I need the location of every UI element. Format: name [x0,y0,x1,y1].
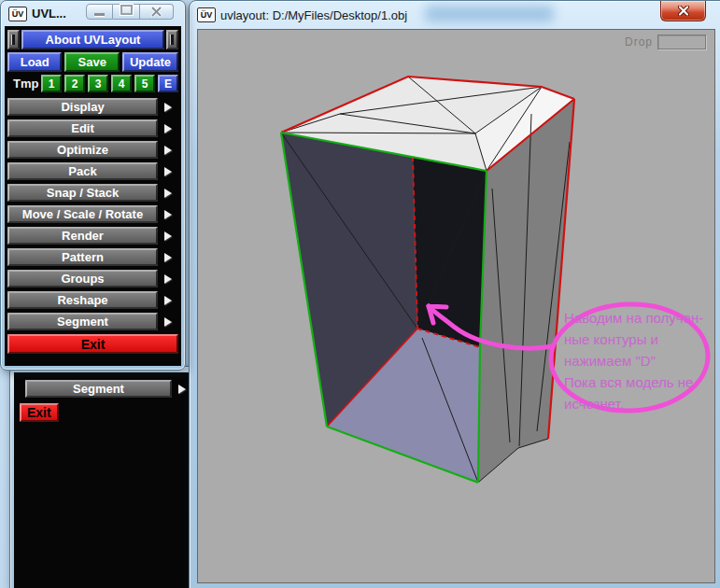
3d-viewport[interactable]: Drop Наводим на получен- ные контуры и н… [197,29,715,583]
segment-button-secondary[interactable]: Segment [25,380,172,398]
viewport-titlebar[interactable]: ÜV uvlayout: D:/MyFiles/Desktop/1.obj [190,1,720,29]
tmp-label: Tmp [7,77,41,91]
tmp-slot-3-button[interactable]: 3 [88,75,108,92]
viewport-window-title: uvlayout: D:/MyFiles/Desktop/1.obj [220,8,407,22]
close-icon [150,7,162,17]
update-button[interactable]: Update [122,52,178,72]
menu-pattern-button[interactable]: Pattern [7,248,158,266]
maximize-button[interactable] [113,4,140,20]
tmp-slot-4-button[interactable]: 4 [111,75,132,92]
submenu-arrow-icon[interactable] [158,274,178,284]
tmp-slot-5-button[interactable]: 5 [134,75,155,92]
annotation-line: ные контуры и [564,329,717,350]
submenu-arrow-icon[interactable] [158,167,178,176]
drop-label: Drop [625,35,653,49]
tool-window-title: UVL... [32,7,66,21]
maximize-icon [120,5,133,15]
uvlayout-viewport-window: ÜV uvlayout: D:/MyFiles/Desktop/1.obj [189,0,720,588]
blurred-title-text [425,6,554,22]
minimize-icon [94,13,105,16]
annotation-line: Наводим на получен- [564,307,717,329]
annotation-line: нажимаем "D" [564,350,717,371]
annotation-line: Пока вся модель не [564,371,717,393]
uvlayout-app-icon: ÜV [197,7,216,22]
about-uvlayout-button[interactable]: About UVLayout [21,30,164,49]
menu-segment-button[interactable]: Segment [7,313,158,330]
tmp-slot-1-button[interactable]: 1 [41,75,62,92]
close-button[interactable] [660,1,706,21]
uvlayout-tool-window: ÜV UVL... About UVLayo [0,0,186,371]
minimize-button[interactable] [86,4,113,20]
submenu-arrow-icon[interactable] [158,317,178,327]
menu-render-button[interactable]: Render [7,227,158,245]
menu-pack-button[interactable]: Pack [7,162,158,180]
save-button[interactable]: Save [64,52,119,72]
drop-field[interactable] [657,35,706,49]
panel-collapse-right-button[interactable] [166,30,178,49]
tmp-slot-e-button[interactable]: E [158,75,178,92]
drop-target[interactable]: Drop [625,35,706,49]
menu-groups-button[interactable]: Groups [7,270,158,287]
grip-icon [171,35,174,45]
desktop: Segment Exit ÜV uvlayout: D:/MyFiles/Des… [0,0,720,588]
tool-window-content: About UVLayout Load Save Update Tmp 1 2 … [5,26,181,366]
submenu-arrow-icon[interactable] [158,146,178,155]
submenu-arrow-icon[interactable] [158,231,178,241]
tmp-slot-2-button[interactable]: 2 [64,75,85,92]
grip-icon [12,35,15,45]
exit-button[interactable]: Exit [7,334,178,354]
menu-move-scale-rotate-button[interactable]: Move / Scale / Rotate [7,205,158,223]
menu-edit-button[interactable]: Edit [7,119,158,137]
uvlayout-app-icon: ÜV [8,7,27,21]
load-button[interactable]: Load [7,52,62,72]
close-icon [677,6,690,16]
close-button-tool[interactable] [140,4,174,20]
submenu-arrow-icon[interactable] [158,253,178,262]
menu-reshape-button[interactable]: Reshape [7,291,158,309]
submenu-arrow-icon[interactable] [158,210,178,219]
model-canvas[interactable] [198,30,714,582]
menu-snap-stack-button[interactable]: Snap / Stack [7,184,158,202]
annotation-text: Наводим на получен- ные контуры и нажима… [564,307,717,414]
submenu-arrow-icon[interactable] [158,124,178,133]
secondary-palette-window: Segment Exit [9,366,199,588]
submenu-arrow-icon[interactable] [158,103,178,112]
menu-optimize-button[interactable]: Optimize [7,141,158,159]
submenu-arrow-icon[interactable] [158,189,178,198]
exit-button-secondary[interactable]: Exit [20,403,59,422]
secondary-window-content: Segment Exit [14,372,194,588]
panel-collapse-left-button[interactable] [7,30,20,49]
submenu-arrow-icon[interactable] [158,296,178,305]
menu-display-button[interactable]: Display [7,98,158,116]
annotation-line: исчезнет. [564,393,717,414]
